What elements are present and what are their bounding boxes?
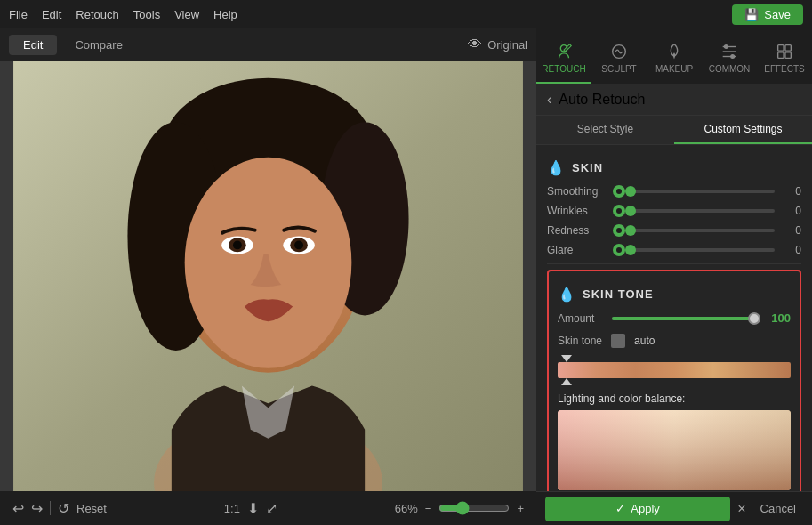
redness-value: 0 [780,224,801,237]
tab-select-style[interactable]: Select Style [536,116,674,144]
triangle-top-marker [561,355,572,362]
lighting-label: Lighting and color balance: [558,392,791,405]
save-disk-icon: 💾 [744,8,759,21]
edit-tab-group: Edit Compare [9,35,137,55]
amount-track[interactable] [612,317,759,320]
menu-items: File Edit Retouch Tools View Help [9,8,237,21]
tab-sculpt[interactable]: SCULPT [591,28,647,84]
tab-retouch[interactable]: RETOUCH [536,28,591,84]
cancel-button[interactable]: Cancel [753,502,803,515]
save-button[interactable]: 💾 Save [732,4,803,25]
image-canvas [0,61,536,491]
menu-help[interactable]: Help [213,8,237,21]
left-panel: Edit Compare 👁 Original [0,28,536,525]
checkmark-icon: ✓ [615,502,625,515]
auto-retouch-title: Auto Retouch [559,92,645,108]
wrinkles-label: Wrinkles [547,205,607,217]
sculpt-icon [609,42,629,61]
menu-retouch[interactable]: Retouch [76,8,118,21]
skin-tone-icon: 💧 [558,286,575,303]
glare-value: 0 [780,244,801,256]
wrinkles-row: Wrinkles 0 [547,205,801,217]
wrinkles-dot[interactable] [613,205,625,217]
tab-compare[interactable]: Compare [60,35,136,55]
glare-track[interactable] [631,248,775,252]
tab-custom-settings[interactable]: Custom Settings [674,116,812,144]
main-area: Edit Compare 👁 Original [0,28,812,525]
skin-tone-swatch[interactable] [611,334,625,348]
tab-makeup[interactable]: MAKEUP [647,28,702,84]
skin-tone-header: 💧 SKIN TONE [558,286,791,303]
redness-row: Redness 0 [547,224,801,237]
common-icon [720,42,739,61]
edit-tabs-bar: Edit Compare 👁 Original [0,28,536,61]
toolbar-center: 1:1 ⬇ ⤢ [224,500,277,517]
menu-file[interactable]: File [9,8,28,21]
wrinkles-value: 0 [780,205,801,217]
svg-point-12 [294,240,303,249]
apply-button[interactable]: ✓ Apply [545,497,730,521]
skin-tone-row: Skin tone auto [558,334,791,348]
zoom-percent: 66% [395,502,418,515]
triangle-bottom-marker [561,378,572,385]
wrinkles-track[interactable] [631,209,775,213]
color-balance-grid[interactable] [558,410,791,490]
skin-section-header: 💧 SKIN [547,159,801,176]
zoom-slider[interactable] [438,501,510,515]
retouch-icon [554,42,574,61]
tab-common[interactable]: COMMON [702,28,757,84]
skin-tone-section: 💧 SKIN TONE Amount 100 Skin tone a [547,270,801,491]
menu-tools[interactable]: Tools [133,8,160,21]
toolbar-right: 66% − + [395,501,524,515]
sub-tabs: Select Style Custom Settings [536,116,812,145]
smoothing-dot[interactable] [613,185,625,198]
svg-point-9 [233,240,242,249]
reset-icon[interactable]: ↺ [58,500,69,517]
auto-retouch-bar: ‹ Auto Retouch [536,84,812,116]
original-toggle[interactable]: 👁 Original [468,36,527,52]
svg-rect-20 [778,45,784,51]
skin-tone-title: SKIN TONE [583,287,654,301]
amount-row: Amount 100 [558,311,791,325]
tab-effects[interactable]: EFFECTS [757,28,812,84]
smoothing-row: Smoothing 0 [547,185,801,198]
close-button[interactable]: × [737,501,745,517]
glare-row: Glare 0 [547,244,801,256]
smoothing-label: Smoothing [547,185,607,198]
reset-label[interactable]: Reset [76,502,107,515]
back-button[interactable]: ‹ [547,92,551,108]
skin-tone-gradient-bar[interactable] [558,362,791,378]
menu-view[interactable]: View [174,8,199,21]
undo-button[interactable]: ↩ [12,500,24,517]
menu-bar: File Edit Retouch Tools View Help 💾 Save [0,0,812,28]
smoothing-track[interactable] [631,190,775,193]
svg-rect-25 [558,410,791,490]
menu-edit[interactable]: Edit [42,8,61,21]
svg-point-18 [725,45,728,49]
svg-point-19 [731,55,735,59]
redness-dot[interactable] [613,224,625,237]
eye-icon: 👁 [468,36,482,52]
expand-icon[interactable]: ⤢ [266,500,277,517]
section-divider [547,263,801,264]
zoom-minus-icon[interactable]: − [425,502,432,515]
makeup-icon [664,42,684,61]
tab-edit[interactable]: Edit [9,35,57,55]
effects-icon [775,42,794,61]
toolbar-left: ↩ ↪ ↺ Reset [12,500,107,517]
skin-tone-label: Skin tone [558,335,602,347]
glare-dot[interactable] [613,244,625,256]
svg-rect-21 [785,45,791,51]
svg-rect-23 [785,52,791,58]
zoom-plus-icon[interactable]: + [517,502,524,515]
download-icon[interactable]: ⬇ [247,500,259,517]
color-bar-container [558,355,791,385]
amount-label: Amount [558,312,607,325]
redo-button[interactable]: ↪ [31,500,43,517]
redness-track[interactable] [631,229,775,232]
icon-tabs: RETOUCH SCULPT MAKEUP [536,28,812,84]
amount-value: 100 [764,311,791,325]
ratio-label[interactable]: 1:1 [224,502,240,515]
redness-label: Redness [547,224,607,237]
skin-section-title: SKIN [572,161,603,174]
